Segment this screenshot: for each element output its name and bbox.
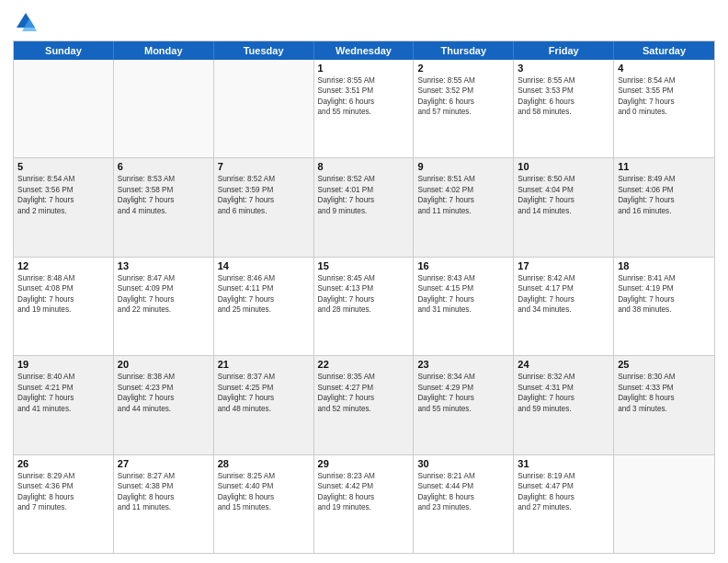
calendar-cell-0-4: 2Sunrise: 8:55 AMSunset: 3:52 PMDaylight… — [414, 60, 514, 157]
cell-line: Daylight: 6 hours — [318, 97, 410, 107]
cell-line: Sunset: 4:29 PM — [417, 383, 509, 393]
cell-line: Sunset: 4:15 PM — [417, 283, 509, 293]
cell-line: Sunrise: 8:29 AM — [17, 471, 109, 481]
cell-line: Sunset: 3:56 PM — [17, 185, 109, 195]
cell-line: Sunrise: 8:46 AM — [218, 273, 310, 283]
day-number: 26 — [17, 458, 109, 469]
day-number: 1 — [318, 63, 410, 74]
cell-line: and 57 minutes. — [417, 107, 509, 117]
cell-line: Sunset: 4:08 PM — [17, 283, 109, 293]
cell-line: Sunrise: 8:42 AM — [518, 273, 609, 283]
cell-line: and 6 minutes. — [218, 206, 310, 216]
cell-line: Sunset: 4:06 PM — [618, 185, 711, 195]
cell-line: Daylight: 7 hours — [218, 393, 310, 403]
header-day-thursday: Thursday — [414, 41, 514, 60]
cell-line: Sunrise: 8:19 AM — [518, 471, 609, 481]
calendar-cell-2-4: 16Sunrise: 8:43 AMSunset: 4:15 PMDayligh… — [414, 258, 514, 355]
day-number: 20 — [118, 359, 210, 370]
calendar-cell-1-2: 7Sunrise: 8:52 AMSunset: 3:59 PMDaylight… — [214, 158, 314, 256]
cell-line: and 27 minutes. — [518, 502, 609, 512]
cell-line: and 59 minutes. — [518, 404, 609, 414]
cell-line: Sunrise: 8:48 AM — [17, 273, 109, 283]
cell-line: Daylight: 8 hours — [318, 492, 410, 502]
cell-line: Daylight: 7 hours — [118, 294, 210, 304]
cell-line: Sunset: 4:11 PM — [218, 283, 310, 293]
day-number: 19 — [17, 359, 109, 370]
cell-line: Daylight: 7 hours — [218, 294, 310, 304]
cell-line: Sunset: 4:23 PM — [118, 383, 210, 393]
cell-line: Daylight: 7 hours — [618, 97, 711, 107]
cell-line: Daylight: 7 hours — [417, 195, 509, 205]
calendar-cell-4-6 — [614, 455, 714, 553]
calendar-cell-3-5: 24Sunrise: 8:32 AMSunset: 4:31 PMDayligh… — [514, 356, 614, 454]
cell-line: Sunset: 3:53 PM — [518, 86, 609, 96]
day-number: 16 — [417, 260, 509, 271]
calendar-cell-0-3: 1Sunrise: 8:55 AMSunset: 3:51 PMDaylight… — [314, 60, 415, 157]
day-number: 6 — [118, 161, 210, 172]
cell-line: Sunrise: 8:35 AM — [318, 372, 410, 382]
header-day-saturday: Saturday — [614, 41, 714, 60]
cell-line: Sunset: 4:44 PM — [417, 481, 509, 491]
day-number: 15 — [318, 260, 410, 271]
cell-line: and 7 minutes. — [17, 502, 109, 512]
cell-line: Sunset: 3:58 PM — [118, 185, 210, 195]
calendar-cell-1-6: 11Sunrise: 8:49 AMSunset: 4:06 PMDayligh… — [614, 158, 714, 256]
cell-line: Sunrise: 8:37 AM — [218, 372, 310, 382]
day-number: 7 — [218, 161, 310, 172]
header-day-friday: Friday — [514, 41, 614, 60]
cell-line: Daylight: 7 hours — [318, 294, 410, 304]
calendar-cell-3-3: 22Sunrise: 8:35 AMSunset: 4:27 PMDayligh… — [314, 356, 415, 454]
cell-line: Daylight: 8 hours — [118, 492, 210, 502]
cell-line: Daylight: 7 hours — [118, 195, 210, 205]
cell-line: and 23 minutes. — [417, 502, 509, 512]
cell-line: Sunset: 4:47 PM — [518, 481, 609, 491]
cell-line: Sunset: 4:40 PM — [218, 481, 310, 491]
header — [13, 9, 715, 35]
calendar-row-2: 12Sunrise: 8:48 AMSunset: 4:08 PMDayligh… — [14, 257, 714, 355]
cell-line: Daylight: 8 hours — [518, 492, 609, 502]
cell-line: Daylight: 7 hours — [218, 195, 310, 205]
day-number: 30 — [417, 458, 509, 469]
logo-icon — [13, 9, 39, 35]
day-number: 2 — [417, 63, 509, 74]
cell-line: and 4 minutes. — [118, 206, 210, 216]
day-number: 8 — [318, 161, 410, 172]
cell-line: Sunrise: 8:40 AM — [17, 372, 109, 382]
cell-line: Sunrise: 8:50 AM — [518, 174, 609, 184]
cell-line: Sunset: 4:04 PM — [518, 185, 609, 195]
cell-line: Sunset: 4:13 PM — [318, 283, 410, 293]
calendar-cell-0-1 — [114, 60, 214, 157]
cell-line: Sunset: 3:52 PM — [417, 86, 509, 96]
calendar-row-4: 26Sunrise: 8:29 AMSunset: 4:36 PMDayligh… — [14, 454, 714, 553]
cell-line: Sunrise: 8:30 AM — [618, 372, 711, 382]
calendar-cell-4-4: 30Sunrise: 8:21 AMSunset: 4:44 PMDayligh… — [414, 455, 514, 553]
cell-line: Sunrise: 8:32 AM — [518, 372, 609, 382]
day-number: 12 — [17, 260, 109, 271]
cell-line: Sunrise: 8:53 AM — [118, 174, 210, 184]
cell-line: and 44 minutes. — [118, 404, 210, 414]
calendar-header: SundayMondayTuesdayWednesdayThursdayFrid… — [14, 41, 714, 60]
cell-line: Daylight: 8 hours — [218, 492, 310, 502]
cell-line: Sunrise: 8:51 AM — [417, 174, 509, 184]
cell-line: Sunrise: 8:47 AM — [118, 273, 210, 283]
day-number: 3 — [518, 63, 609, 74]
calendar-cell-2-0: 12Sunrise: 8:48 AMSunset: 4:08 PMDayligh… — [14, 258, 114, 355]
cell-line: Daylight: 7 hours — [618, 294, 711, 304]
cell-line: and 9 minutes. — [318, 206, 410, 216]
cell-line: Sunset: 4:31 PM — [518, 383, 609, 393]
calendar-cell-1-1: 6Sunrise: 8:53 AMSunset: 3:58 PMDaylight… — [114, 158, 214, 256]
cell-line: Sunrise: 8:43 AM — [417, 273, 509, 283]
cell-line: Sunrise: 8:21 AM — [417, 471, 509, 481]
cell-line: and 38 minutes. — [618, 304, 711, 315]
calendar-cell-4-2: 28Sunrise: 8:25 AMSunset: 4:40 PMDayligh… — [214, 455, 314, 553]
cell-line: Sunrise: 8:52 AM — [218, 174, 310, 184]
cell-line: Daylight: 7 hours — [417, 393, 509, 403]
calendar-cell-4-1: 27Sunrise: 8:27 AMSunset: 4:38 PMDayligh… — [114, 455, 214, 553]
calendar: SundayMondayTuesdayWednesdayThursdayFrid… — [13, 40, 715, 554]
day-number: 24 — [518, 359, 609, 370]
calendar-cell-3-6: 25Sunrise: 8:30 AMSunset: 4:33 PMDayligh… — [614, 356, 714, 454]
cell-line: and 31 minutes. — [417, 304, 509, 315]
day-number: 25 — [618, 359, 711, 370]
day-number: 17 — [518, 260, 609, 271]
cell-line: and 15 minutes. — [218, 502, 310, 512]
